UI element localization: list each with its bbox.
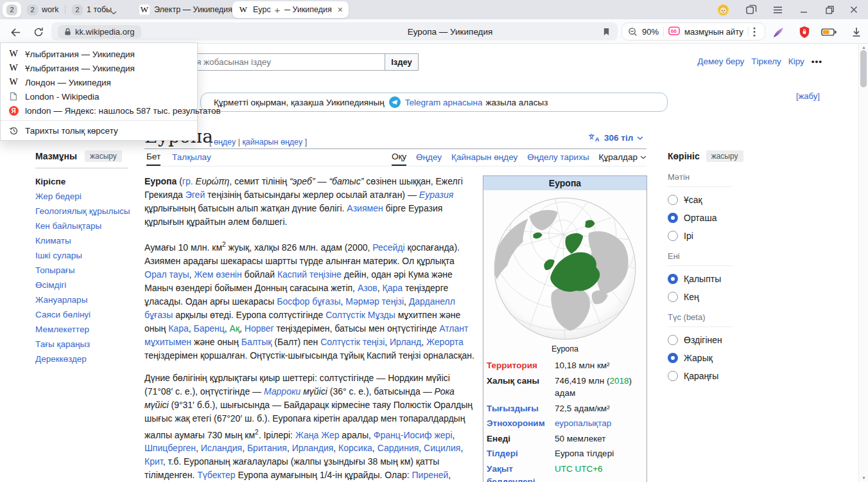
restore-window-icon[interactable] xyxy=(823,3,836,16)
page-tab[interactable]: Талқылау xyxy=(172,152,211,166)
wiki-link[interactable]: Солтүстік Мұзды xyxy=(326,310,395,320)
address-bar[interactable]: kk.wikipedia.org Еуропа — Уикипедия xyxy=(51,22,618,40)
toc-item[interactable]: Саяси бөлінуі xyxy=(35,307,128,322)
toc-item[interactable]: Жер бедері xyxy=(35,189,128,204)
banner-close-link[interactable]: [жабу] xyxy=(796,91,820,101)
suggestion-item[interactable]: WҰлыбритания — Уикипедия xyxy=(1,61,197,75)
wiki-link[interactable]: қайнарын өңдеу xyxy=(242,138,302,147)
wiki-link[interactable]: Солтүстік теңізі xyxy=(320,337,385,347)
tab-groups-chevron-icon[interactable] xyxy=(110,6,117,17)
wiki-link[interactable]: Ирланд xyxy=(390,337,421,347)
radio-icon[interactable] xyxy=(668,353,678,363)
wiki-link[interactable]: Британия xyxy=(247,443,287,453)
radio-icon[interactable] xyxy=(668,292,678,302)
back-icon[interactable] xyxy=(9,26,22,39)
scroll-up-icon[interactable]: ▲ xyxy=(861,45,867,50)
wiki-link[interactable]: Босфор бұғазы xyxy=(277,296,340,307)
wiki-link[interactable]: Ресейді xyxy=(372,242,404,253)
radio-option[interactable]: Қалыпты xyxy=(668,273,732,284)
radio-icon[interactable] xyxy=(668,335,678,345)
wiki-link[interactable]: өңдеу xyxy=(214,138,236,147)
tab-group-1-toby[interactable]: 21 тобы xyxy=(68,2,116,17)
wiki-link[interactable]: Тығыздығы xyxy=(487,404,539,413)
wiki-link[interactable]: Пиреней xyxy=(412,470,449,480)
wiki-link[interactable]: Орал тауы xyxy=(144,269,189,280)
read-aloud-icon[interactable]: 66 xyxy=(668,26,680,37)
toc-item[interactable]: Кен байлықтары xyxy=(35,219,128,233)
wiki-link[interactable]: Исландия xyxy=(201,443,242,453)
wiki-link[interactable]: Сицилия xyxy=(424,443,460,453)
suggestion-item[interactable]: London - Wikipedia xyxy=(1,89,197,103)
profile-avatar[interactable] xyxy=(716,3,729,16)
wiki-link[interactable]: Жаңа Жер xyxy=(295,429,340,440)
radio-icon[interactable] xyxy=(668,371,678,381)
wiki-link[interactable]: еуропалықтар xyxy=(555,418,611,428)
wiki-link[interactable]: Марроки xyxy=(264,386,300,397)
wiki-link[interactable]: Азиямен xyxy=(347,203,383,213)
toc-item[interactable]: Топырағы xyxy=(35,263,128,278)
wiki-link[interactable]: Шпицберген xyxy=(144,443,196,453)
appearance-hide-button[interactable]: жасыру xyxy=(706,150,743,162)
wiki-link[interactable]: Мәрмәр теңізі xyxy=(345,296,404,307)
page-tab[interactable]: Қайнарын өңдеу xyxy=(451,152,517,165)
suggestion-item[interactable]: WЛондон — Уикипедия xyxy=(1,75,197,89)
radio-option[interactable]: Кең xyxy=(668,291,732,302)
languages-count[interactable]: 306 тіл xyxy=(604,133,633,143)
wiki-link[interactable]: Ақ xyxy=(230,323,239,334)
radio-option[interactable]: Жарық xyxy=(668,352,732,363)
wiki-link[interactable]: Жем өзенін xyxy=(194,269,241,280)
bookmark-icon[interactable] xyxy=(603,27,610,39)
wiki-link[interactable]: Этнохороним xyxy=(487,418,545,428)
page-tab[interactable]: Оқу xyxy=(392,152,406,166)
radio-option[interactable]: Өздігінен xyxy=(668,334,732,345)
wiki-link[interactable]: Тілдері xyxy=(487,449,518,458)
wiki-link[interactable]: Балтық xyxy=(241,337,272,347)
read-aloud-label[interactable]: мазмұнын айту xyxy=(684,27,743,37)
wiki-link[interactable]: Азов xyxy=(358,283,378,293)
site-url-chip[interactable]: kk.wikipedia.org xyxy=(58,25,141,39)
reload-icon[interactable] xyxy=(32,26,45,39)
register-link[interactable]: Тіркелу xyxy=(751,57,781,66)
radio-icon[interactable] xyxy=(668,213,678,223)
wiki-link[interactable]: Каспий теңізіне xyxy=(277,269,342,280)
browser-tab-europa-active[interactable]: WЕуропа — Уикипедия× xyxy=(232,1,349,18)
telegram-channel-link[interactable]: Telegram арнасына xyxy=(405,98,483,107)
tab-group-current[interactable]: 2 xyxy=(3,2,21,17)
close-window-icon[interactable] xyxy=(847,3,860,16)
wiki-link[interactable]: Еуразия xyxy=(419,190,453,200)
toc-item[interactable]: Климаты xyxy=(35,233,128,248)
zoom-level[interactable]: 90% xyxy=(642,27,659,37)
wiki-link[interactable]: 2018 xyxy=(609,376,629,386)
toc-item[interactable]: Дереккөздер xyxy=(35,352,128,366)
wiki-link[interactable]: Түбектер xyxy=(197,470,235,480)
wiki-link[interactable]: Уақыт белдеулері xyxy=(487,464,535,482)
radio-icon[interactable] xyxy=(668,274,678,284)
minimize-window-icon[interactable] xyxy=(797,3,810,16)
more-menu-icon[interactable]: ••• xyxy=(812,57,822,66)
wiki-search-button[interactable]: Іздеу xyxy=(385,53,419,71)
page-tab[interactable]: Өңделу тарихы xyxy=(527,152,589,165)
page-tab[interactable]: Бет xyxy=(146,152,161,166)
toc-item[interactable]: Тағы қараңыз xyxy=(35,337,128,352)
download-icon[interactable] xyxy=(849,25,864,39)
battery-icon[interactable] xyxy=(821,25,837,39)
wiki-link[interactable]: гр. xyxy=(182,176,193,186)
show-full-history[interactable]: Тарихты толық көрсету xyxy=(1,123,197,138)
radio-icon[interactable] xyxy=(668,195,678,205)
wiki-link[interactable]: Норвег xyxy=(245,323,274,334)
toc-item[interactable]: Мемлекеттер xyxy=(35,322,128,337)
wiki-link[interactable]: Корсика xyxy=(338,443,372,453)
toc-item[interactable]: Геологиялық құрылысы xyxy=(35,204,128,219)
new-tab-button[interactable]: + xyxy=(270,3,284,17)
wiki-link[interactable]: Баренц xyxy=(194,323,225,334)
wiki-link[interactable]: Эгей xyxy=(186,190,205,200)
toc-item[interactable]: Кіріспе xyxy=(35,174,128,189)
wiki-link[interactable]: Сардиния xyxy=(378,443,419,453)
suggestion-item[interactable]: WҰлыбритания — Уикипедия xyxy=(1,47,197,61)
page-tab[interactable]: Құралдар xyxy=(599,152,647,165)
wiki-link[interactable]: Территория xyxy=(487,361,537,370)
tab-panels-icon[interactable] xyxy=(745,3,758,16)
pen-extension-icon[interactable] xyxy=(770,25,786,39)
wiki-link[interactable]: UTC UTC+6 xyxy=(555,464,603,474)
radio-icon[interactable] xyxy=(668,231,678,241)
